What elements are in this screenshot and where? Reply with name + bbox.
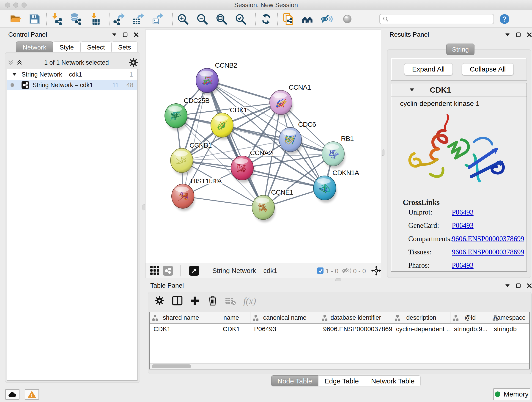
network-tree: String Network – cdk1 1 String Network –… xyxy=(7,69,138,381)
network-edge-CCNB2-CCNE1[interactable] xyxy=(207,80,263,207)
import-table-button[interactable] xyxy=(89,12,101,26)
table-cell[interactable]: CDK1 xyxy=(212,324,250,334)
table-cell[interactable]: stringdb:9... xyxy=(450,324,490,334)
help-button[interactable]: ? xyxy=(498,12,511,26)
tab-network[interactable]: Network xyxy=(16,41,53,53)
delete-column-trash-icon[interactable] xyxy=(207,295,219,307)
tab-sets[interactable]: Sets xyxy=(112,41,138,53)
hide-annotations-eye-icon[interactable] xyxy=(320,12,333,26)
cloud-button[interactable] xyxy=(5,389,19,400)
zoom-in-button[interactable] xyxy=(177,12,189,26)
close-window-button[interactable] xyxy=(5,2,10,7)
network-tree-root-row[interactable]: String Network – cdk1 1 xyxy=(7,69,137,80)
crosslink-link[interactable]: 9606.ENSP00000378699 xyxy=(452,235,524,243)
network-node-CDC25B[interactable]: CDC25B xyxy=(165,97,209,130)
panel-menu-caret-icon[interactable] xyxy=(112,33,117,36)
tab-node-table[interactable]: Node Table xyxy=(271,375,318,386)
tab-select[interactable]: Select xyxy=(80,41,112,53)
warnings-button[interactable] xyxy=(25,389,39,400)
clipboard-network-button[interactable] xyxy=(282,12,295,26)
network-edge-HIST1H1A-CCNE1[interactable] xyxy=(183,196,263,207)
network-view-canvas[interactable]: CCNB2CCNA1CDC25BCDK1CDC6RB1CCNB1CCNA2CDK… xyxy=(145,30,381,263)
close-panel-icon[interactable] xyxy=(134,32,139,37)
collapse-all-button[interactable]: Collapse All xyxy=(462,63,514,75)
zoom-fit-button[interactable] xyxy=(215,12,228,26)
table-cell[interactable]: stringdb xyxy=(490,324,529,334)
zoom-selected-button[interactable] xyxy=(234,12,247,26)
table-cell[interactable]: cyclin-dependent ... xyxy=(392,324,450,334)
network-node-CDK1[interactable]: CDK1 xyxy=(211,106,247,140)
grid-view-icon[interactable] xyxy=(150,266,160,275)
memory-button[interactable]: Memory xyxy=(493,388,530,400)
collapse-all-icon[interactable] xyxy=(7,60,16,65)
close-panel-icon[interactable] xyxy=(527,283,532,288)
column-header-database-identifier[interactable]: database identifier xyxy=(319,312,392,323)
network-node-HIST1H1A[interactable]: HIST1H1A xyxy=(172,177,222,211)
save-session-button[interactable] xyxy=(28,12,41,26)
crosslink-link[interactable]: 9606.ENSP00000378699 xyxy=(452,248,524,256)
tab-network-table[interactable]: Network Table xyxy=(365,375,421,386)
network-badge-gray-icon[interactable] xyxy=(163,266,173,276)
export-image-button[interactable] xyxy=(151,12,164,26)
table-cell[interactable]: P06493 xyxy=(250,324,319,334)
network-node-CCNA1[interactable]: CCNA1 xyxy=(270,83,311,117)
network-options-gear-icon[interactable] xyxy=(129,58,138,67)
column-header-shared-name[interactable]: shared name xyxy=(150,312,212,323)
crosslink-link[interactable]: P06493 xyxy=(452,221,474,230)
export-table-button[interactable] xyxy=(132,12,145,26)
show-column-panel-icon[interactable] xyxy=(171,295,183,307)
table-cell[interactable]: CDK1 xyxy=(150,324,212,334)
collapse-entry-caret-icon[interactable] xyxy=(410,88,415,91)
tab-string[interactable]: String xyxy=(446,44,475,55)
selected-checkbox-icon[interactable] xyxy=(317,268,323,274)
export-network-button[interactable] xyxy=(113,12,126,26)
minimize-window-button[interactable] xyxy=(13,2,18,7)
open-in-new-window-icon[interactable] xyxy=(189,266,199,276)
zoom-window-button[interactable] xyxy=(22,2,27,7)
tree-collapse-caret-icon[interactable] xyxy=(12,73,17,76)
import-network-button[interactable] xyxy=(50,12,63,26)
tab-edge-table[interactable]: Edge Table xyxy=(318,375,365,386)
panel-menu-caret-icon[interactable] xyxy=(505,284,510,287)
column-header-namespace[interactable]: namespace xyxy=(490,312,529,323)
import-network-from-database-button[interactable] xyxy=(69,12,82,26)
float-panel-icon[interactable] xyxy=(516,283,521,288)
expand-all-button[interactable]: Expand All xyxy=(404,63,453,75)
table-options-gear-icon[interactable] xyxy=(153,295,165,307)
home-button[interactable] xyxy=(301,12,314,26)
column-header-canonical-name[interactable]: canonical name xyxy=(250,312,319,323)
network-node-CDKN1A[interactable]: CDKN1A xyxy=(313,169,359,203)
network-node-CCNB1[interactable]: CCNB1 xyxy=(171,141,212,175)
crosslink-link[interactable]: P06493 xyxy=(452,208,474,216)
fit-content-crosshair-icon[interactable] xyxy=(371,266,381,276)
vertical-splitter-handle[interactable] xyxy=(143,204,145,211)
crosslinks-title: CrossLinks xyxy=(403,198,526,207)
crosslink-row: Uniprot:P06493 xyxy=(408,208,526,216)
scrollbar-thumb[interactable] xyxy=(152,364,191,368)
crosslink-link[interactable]: P06493 xyxy=(452,261,474,269)
expand-all-icon[interactable] xyxy=(16,60,24,65)
network-tree-network-row[interactable]: String Network – cdk1 11 48 xyxy=(7,80,137,90)
protein-entry-header[interactable]: CDK1 xyxy=(391,83,526,96)
zoom-out-button[interactable] xyxy=(196,12,209,26)
table-horizontal-scrollbar[interactable] xyxy=(150,363,529,369)
search-input[interactable] xyxy=(389,15,491,23)
column-header-name[interactable]: name xyxy=(212,312,250,323)
network-node-CCNB2[interactable]: CCNB2 xyxy=(196,61,237,95)
table-row[interactable]: CDK1CDK1P064939606.ENSP00000378699cyclin… xyxy=(150,324,529,334)
column-header-description[interactable]: description xyxy=(392,312,450,323)
tab-style[interactable]: Style xyxy=(53,41,80,53)
close-panel-icon[interactable] xyxy=(527,32,532,37)
network-node-RB1[interactable]: RB1 xyxy=(322,135,354,168)
hidden-eye-icon[interactable] xyxy=(342,267,352,274)
float-panel-icon[interactable] xyxy=(123,32,128,37)
network-node-CCNE1[interactable]: CCNE1 xyxy=(252,188,293,222)
open-session-button[interactable] xyxy=(9,12,22,26)
add-column-plus-icon[interactable] xyxy=(189,295,201,307)
presentation-sphere-icon[interactable] xyxy=(341,12,354,26)
table-cell[interactable]: 9606.ENSP00000378699 xyxy=(319,324,392,334)
float-panel-icon[interactable] xyxy=(516,32,521,37)
column-header--id[interactable]: @id xyxy=(450,312,490,323)
panel-menu-caret-icon[interactable] xyxy=(505,33,510,36)
update-network-button[interactable] xyxy=(260,12,273,26)
